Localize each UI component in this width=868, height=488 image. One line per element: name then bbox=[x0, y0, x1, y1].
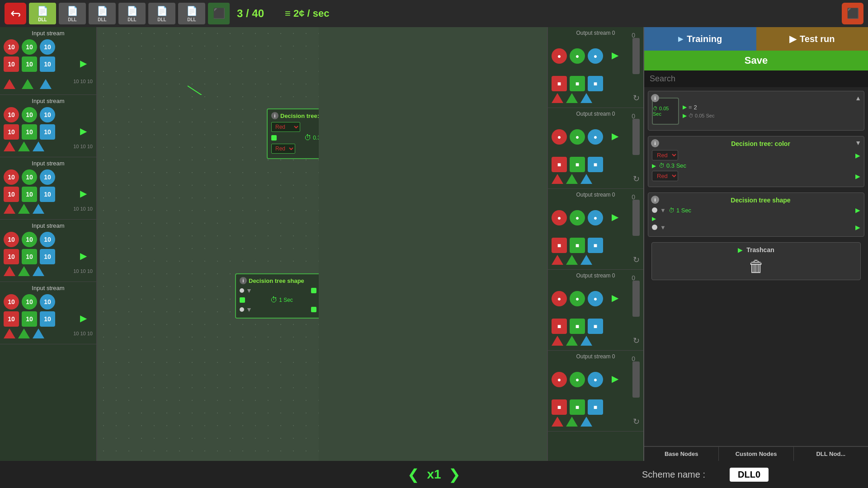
color-card-output-play[interactable]: ▶ bbox=[855, 173, 860, 180]
output-count-4: 0 bbox=[632, 274, 635, 282]
sidebar-shape-card: i Decision tree shape ▼ ⏱ 1 Sec ▶ ▶ ▼ bbox=[648, 192, 864, 237]
output-slider-1[interactable] bbox=[632, 38, 640, 74]
shape-node-2-output-2[interactable] bbox=[311, 307, 316, 312]
counter-display: 3 / 40 bbox=[237, 7, 264, 20]
output-play-3[interactable]: ▶ bbox=[612, 211, 624, 224]
badge-green-circle-2: 10 bbox=[22, 107, 37, 122]
connections-svg bbox=[97, 27, 233, 95]
sidebar-timer-card: i ▲ ⏱ 0.05 Sec ▶ ≡ 2 bbox=[648, 91, 864, 131]
dll-tab-5[interactable]: 📄 DLL bbox=[148, 3, 175, 24]
badge-green-circle-4: 10 bbox=[22, 232, 37, 247]
output-title-2: Output stream 0 bbox=[552, 111, 640, 117]
badge-green-circle-3: 10 bbox=[22, 169, 37, 185]
output-slider-2[interactable] bbox=[632, 119, 640, 155]
speed-decrease[interactable]: ❮ bbox=[407, 466, 420, 483]
badge-green-circle-1: 10 bbox=[22, 39, 37, 55]
top-right-button[interactable]: ⬛ bbox=[842, 3, 863, 24]
shape-node-2-info[interactable]: i bbox=[240, 277, 247, 284]
output-slider-3[interactable] bbox=[632, 200, 640, 236]
badge-blue-tri-1 bbox=[40, 79, 52, 89]
bottombar: ❮ x1 ❯ Scheme name : DLL0 bbox=[0, 461, 868, 488]
speed-increase[interactable]: ❯ bbox=[448, 466, 461, 483]
tab-dll-nodes[interactable]: DLL Nod... bbox=[794, 447, 868, 461]
color-card-speed: ⏱ 0.3 Sec bbox=[659, 162, 686, 169]
color-node[interactable]: i Decision tree: color Red Green Blue ⏱ … bbox=[267, 108, 319, 159]
import-button[interactable]: ⬛ bbox=[208, 3, 230, 24]
input-stream-3: Input stream 10 10 10 10 10 10 ▶ 10 10 1… bbox=[0, 157, 96, 220]
stream-title-2: Input stream bbox=[4, 98, 93, 104]
output-stream-1: Output stream 0 0 ● ● ● ▶ ■ ■ ■ ↻ bbox=[548, 27, 643, 108]
shape-card-info[interactable]: i bbox=[651, 196, 659, 204]
sidebar-top-buttons: ▶ Training ▶ Test run bbox=[644, 27, 868, 51]
output-count-2: 0 bbox=[632, 113, 635, 120]
output-play-4[interactable]: ▶ bbox=[612, 292, 624, 305]
shape-card-speed: ⏱ 1 Sec bbox=[669, 207, 691, 214]
dll-tab-1[interactable]: 📄 DLL bbox=[29, 3, 56, 24]
shape-node-2-title: Decision tree shape bbox=[249, 277, 304, 284]
dll-tab-2[interactable]: 📄 DLL bbox=[59, 3, 86, 24]
color-node-info[interactable]: i bbox=[271, 112, 278, 119]
color-node-dropdown[interactable]: Red Green Blue bbox=[271, 122, 300, 132]
back-button[interactable]: ↩ bbox=[5, 3, 26, 24]
shape-card-play-1[interactable]: ▶ bbox=[855, 206, 860, 214]
input-stream-1: Input stream 10 10 10 10 10 10 ▶ 10 10 1… bbox=[0, 27, 96, 95]
output-count-3: 0 bbox=[632, 193, 635, 201]
output-streams: Output stream 0 0 ● ● ● ▶ ■ ■ ■ ↻ bbox=[547, 27, 644, 461]
stream-play-1[interactable]: ▶ bbox=[80, 58, 93, 70]
color-card-output-dropdown[interactable]: Red bbox=[652, 171, 678, 181]
topbar: ↩ 📄 DLL 📄 DLL 📄 DLL 📄 DLL 📄 DLL 📄 DLL ⬛ … bbox=[0, 0, 868, 27]
badge-blue-square-5: 10 bbox=[40, 311, 55, 327]
tab-custom-nodes[interactable]: Custom Nodes bbox=[719, 447, 793, 461]
timer-card-expand[interactable]: ▲ bbox=[855, 94, 861, 102]
save-button[interactable]: Save bbox=[644, 51, 868, 70]
output-play-1[interactable]: ▶ bbox=[612, 50, 624, 62]
timer-count: 2 bbox=[694, 104, 697, 111]
badge-blue-tri-5 bbox=[33, 328, 44, 338]
badge-green-tri-1 bbox=[22, 79, 33, 89]
color-card-play[interactable]: ▶ bbox=[855, 152, 860, 159]
testrun-button[interactable]: ▶ Test run bbox=[756, 27, 868, 51]
badge-green-tri-4 bbox=[18, 266, 30, 276]
stream-play-2[interactable]: ▶ bbox=[80, 126, 93, 138]
shape-node-2-input[interactable] bbox=[240, 297, 245, 303]
color-node-output-dropdown[interactable]: Red bbox=[271, 144, 295, 154]
training-icon: ▶ bbox=[678, 35, 683, 42]
shape-node-2[interactable]: i Decision tree shape ▼ ⏱ 1 Sec ▼ bbox=[235, 273, 319, 319]
stream-play-5[interactable]: ▶ bbox=[80, 313, 93, 325]
output-play-5[interactable]: ▶ bbox=[612, 373, 624, 386]
shape-node-2-output-1[interactable] bbox=[311, 288, 316, 293]
color-card-info[interactable]: i bbox=[651, 139, 659, 147]
dll-tab-4[interactable]: 📄 DLL bbox=[118, 3, 146, 24]
output-slider-5[interactable] bbox=[632, 361, 640, 398]
output-title-4: Output stream 0 bbox=[552, 272, 640, 279]
badge-red-tri-4 bbox=[4, 266, 15, 276]
main-canvas[interactable]: i Decision tree: color Red Green Blue ⏱ … bbox=[97, 27, 319, 461]
badge-red-square-3: 10 bbox=[4, 187, 19, 202]
trashcan-play[interactable]: ▶ bbox=[738, 246, 743, 253]
color-card-dropdown[interactable]: Red bbox=[652, 150, 678, 160]
tab-base-nodes[interactable]: Base Nodes bbox=[644, 447, 719, 461]
output-slider-4[interactable] bbox=[632, 281, 640, 317]
training-button[interactable]: ▶ Training bbox=[644, 27, 756, 51]
svg-line-0 bbox=[188, 86, 233, 95]
output-title-3: Output stream 0 bbox=[552, 192, 640, 198]
search-input[interactable] bbox=[650, 74, 863, 84]
badge-red-square-2: 10 bbox=[4, 124, 19, 140]
sidebar-nodes-list: i ▲ ⏱ 0.05 Sec ▶ ≡ 2 bbox=[644, 87, 868, 446]
stream-play-3[interactable]: ▶ bbox=[80, 188, 93, 201]
timer-card-info[interactable]: i bbox=[651, 94, 659, 102]
color-card-expand[interactable]: ▼ bbox=[855, 139, 861, 146]
shape-card-dot-2 bbox=[652, 225, 657, 230]
bottom-tabs: Base Nodes Custom Nodes DLL Nod... bbox=[644, 446, 868, 461]
badge-red-circle-4: 10 bbox=[4, 232, 19, 247]
sidebar-color-card: i ▼ Decision tree: color Red ▶ ▶ ⏱ 0.3 S… bbox=[648, 136, 864, 187]
shape-card-play-2[interactable]: ▶ bbox=[855, 224, 860, 231]
shape-card-dot-1 bbox=[652, 207, 657, 213]
dll-tab-6[interactable]: 📄 DLL bbox=[178, 3, 205, 24]
color-node-input-left[interactable] bbox=[271, 135, 277, 141]
input-stream-2: Input stream 10 10 10 10 10 10 ▶ 10 10 1… bbox=[0, 95, 96, 157]
badge-blue-circle-2: 10 bbox=[40, 107, 55, 122]
output-play-2[interactable]: ▶ bbox=[612, 131, 624, 143]
dll-tab-3[interactable]: 📄 DLL bbox=[89, 3, 116, 24]
stream-play-4[interactable]: ▶ bbox=[80, 250, 93, 263]
